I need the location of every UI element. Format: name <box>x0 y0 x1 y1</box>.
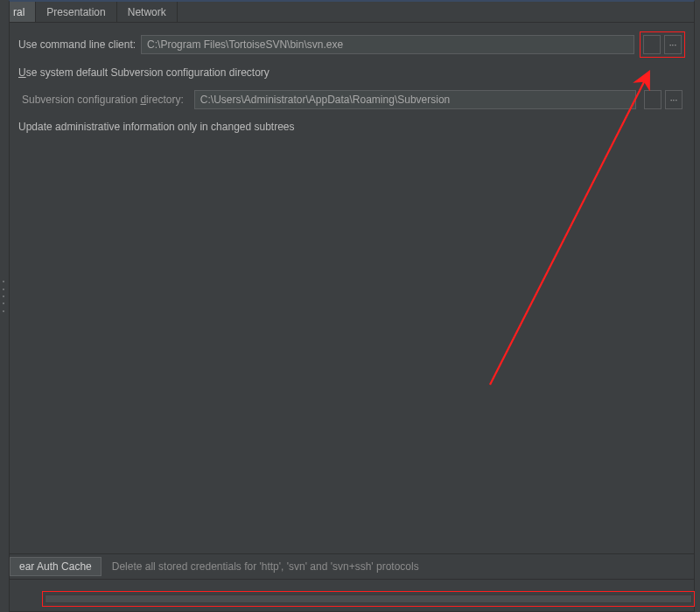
svn-config-dropdown-button[interactable] <box>644 90 662 109</box>
use-system-default-label[interactable]: Use system default Subversion configurat… <box>18 66 685 79</box>
row-config-directory: Subversion configuration directory: C:\U… <box>22 87 685 112</box>
use-system-default-text: se system default Subversion configurati… <box>26 66 270 79</box>
update-admin-label[interactable]: Update administrative information only i… <box>18 121 685 133</box>
mnemonic-u: U <box>18 66 26 79</box>
svn-exe-browse-group: ··· <box>640 31 685 58</box>
tab-presentation[interactable]: Presentation <box>36 2 116 22</box>
svn-exe-dropdown-button[interactable] <box>643 35 661 54</box>
svn-exe-path-field[interactable]: C:\Program Files\TortoiseSVN\bin\svn.exe <box>141 35 634 54</box>
bottom-scrollbar-highlight <box>42 591 695 607</box>
use-command-line-label[interactable]: Use command line client: <box>18 38 136 51</box>
settings-panel: ral Presentation Network Use command lin… <box>9 0 695 612</box>
svn-config-browse-group: ··· <box>641 87 685 112</box>
svn-config-dir-field[interactable]: C:\Users\Administrator\AppData\Roaming\S… <box>194 90 636 109</box>
resize-handle[interactable] <box>0 278 7 315</box>
horizontal-scrollbar[interactable] <box>45 595 692 603</box>
tab-content-general: Use command line client: C:\Program File… <box>10 23 694 149</box>
row-command-line-client: Use command line client: C:\Program File… <box>18 31 685 58</box>
tab-network[interactable]: Network <box>117 2 178 22</box>
tab-general[interactable]: ral <box>10 2 36 22</box>
auth-cache-bar: ear Auth Cache Delete all stored credent… <box>10 553 694 580</box>
svn-exe-browse-button[interactable]: ··· <box>664 35 682 54</box>
config-directory-label: Subversion configuration directory: <box>22 94 184 106</box>
clear-auth-cache-description: Delete all stored credentials for 'http'… <box>112 560 419 573</box>
tabbar: ral Presentation Network <box>10 2 694 23</box>
clear-auth-cache-button[interactable]: ear Auth Cache <box>10 557 102 576</box>
svn-config-browse-button[interactable]: ··· <box>665 90 682 109</box>
